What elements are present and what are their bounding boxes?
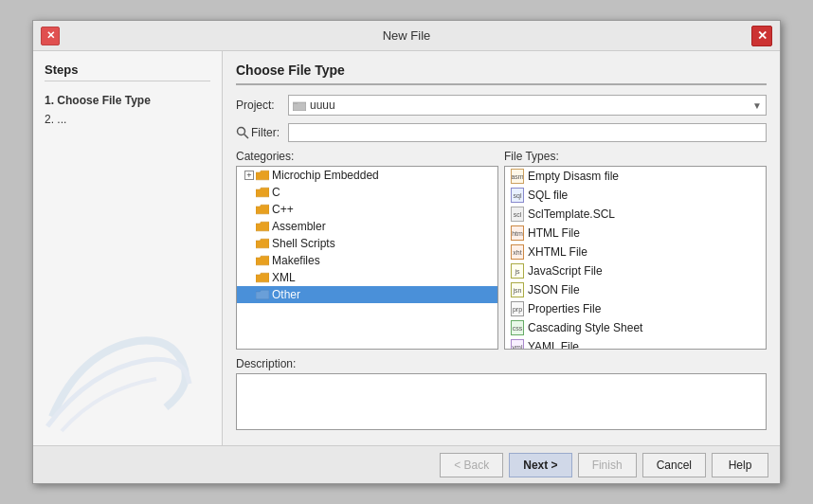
step-2-label: ...	[57, 113, 66, 126]
category-cpp[interactable]: C++	[237, 201, 497, 218]
back-button[interactable]: < Back	[440, 453, 503, 477]
filetype-xhtml[interactable]: xht XHTML File	[505, 243, 766, 261]
filter-input[interactable]	[288, 123, 767, 142]
panel-title: Choose File Type	[236, 63, 767, 85]
new-file-dialog: ✕ New File ✕ Steps 1. Choose File Type 2…	[32, 20, 781, 484]
filetype-html[interactable]: htm HTML File	[505, 224, 766, 243]
filetype-yaml[interactable]: yml YAML File	[505, 337, 766, 350]
steps-title: Steps	[45, 63, 210, 81]
steps-panel: Steps 1. Choose File Type 2. ...	[33, 51, 223, 445]
filetype-label: SQL file	[528, 189, 568, 202]
step-1: 1. Choose File Type	[45, 91, 210, 110]
step-2: 2. ...	[45, 110, 210, 129]
step-1-number: 1.	[45, 94, 54, 107]
category-c[interactable]: C	[237, 184, 497, 201]
dialog-title: New File	[383, 28, 431, 43]
folder-icon	[256, 170, 269, 181]
finish-button[interactable]: Finish	[578, 453, 637, 477]
file-icon: jsn	[511, 282, 524, 297]
category-makefiles-label: Makefiles	[272, 254, 320, 267]
bottom-bar: < Back Next > Finish Cancel Help	[33, 445, 780, 483]
folder-icon	[256, 204, 269, 215]
category-xml-label: XML	[272, 271, 296, 284]
dropdown-arrow-icon: ▼	[752, 100, 762, 111]
filetype-label: XHTML File	[528, 245, 587, 259]
project-icon	[293, 99, 306, 111]
file-icon: css	[511, 320, 524, 335]
project-select[interactable]: uuuu ▼	[288, 95, 767, 116]
category-other-label: Other	[272, 288, 300, 301]
svg-rect-1	[293, 102, 298, 104]
close-button[interactable]: ✕	[751, 26, 772, 46]
filter-row: Filter:	[236, 123, 767, 142]
filetype-empty-disasm[interactable]: asm Empty Disasm file	[505, 167, 766, 186]
step-2-number: 2.	[45, 113, 54, 126]
step-1-label: Choose File Type	[57, 94, 150, 107]
minimize-icon[interactable]: ✕	[41, 27, 60, 45]
category-shell[interactable]: Shell Scripts	[237, 235, 497, 252]
help-button[interactable]: Help	[712, 453, 768, 477]
main-panel: Choose File Type Project: uuuu ▼	[223, 51, 780, 445]
project-row: Project: uuuu ▼	[236, 95, 767, 116]
category-cpp-label: C++	[272, 203, 294, 216]
file-types-list[interactable]: asm Empty Disasm file sql SQL file scl S…	[504, 166, 767, 350]
file-icon: htm	[511, 225, 524, 241]
category-makefiles[interactable]: Makefiles	[237, 252, 497, 269]
description-textarea[interactable]	[236, 373, 767, 430]
next-button[interactable]: Next >	[509, 453, 571, 477]
category-other[interactable]: Other	[237, 286, 497, 303]
filetype-label: JSON File	[528, 283, 580, 297]
filetype-css[interactable]: css Cascading Style Sheet	[505, 318, 766, 337]
folder-icon	[256, 221, 269, 232]
categories-list[interactable]: + Microchip Embedded C	[236, 166, 498, 350]
filetype-label: YAML File	[528, 340, 579, 350]
filetype-scl[interactable]: scl SclTemplate.SCL	[505, 205, 766, 224]
file-icon: asm	[511, 169, 524, 184]
dialog-content: Steps 1. Choose File Type 2. ... Choose …	[33, 51, 780, 445]
lists-row: Categories: + Microchip Embedded	[236, 150, 767, 350]
categories-label: Categories:	[236, 150, 498, 163]
category-assembler[interactable]: Assembler	[237, 218, 497, 235]
expand-icon[interactable]: +	[244, 171, 254, 180]
filetype-sql[interactable]: sql SQL file	[505, 186, 766, 205]
project-label: Project:	[236, 99, 288, 112]
filetype-js[interactable]: js JavaScript File	[505, 261, 766, 280]
description-row: Description:	[236, 357, 767, 430]
watermark-image	[43, 322, 194, 436]
title-bar: ✕ New File ✕	[33, 21, 780, 51]
category-xml[interactable]: XML	[237, 269, 497, 286]
filetype-json[interactable]: jsn JSON File	[505, 280, 766, 299]
folder-icon	[256, 187, 269, 198]
filetype-label: SclTemplate.SCL	[528, 207, 615, 221]
category-shell-label: Shell Scripts	[272, 237, 335, 250]
filetype-label: Empty Disasm file	[528, 170, 619, 183]
file-types-label: File Types:	[504, 150, 767, 163]
file-icon: yml	[511, 339, 524, 350]
search-icon	[236, 126, 249, 139]
folder-icon	[256, 255, 269, 266]
file-icon: prp	[511, 301, 524, 316]
file-types-section: File Types: asm Empty Disasm file sql SQ…	[504, 150, 767, 350]
filetype-properties[interactable]: prp Properties File	[505, 299, 766, 318]
category-microchip[interactable]: + Microchip Embedded	[237, 167, 497, 184]
file-icon: scl	[511, 207, 524, 222]
filter-label: Filter:	[236, 126, 288, 139]
svg-line-3	[244, 135, 249, 139]
file-icon: xht	[511, 244, 524, 260]
filetype-label: JavaScript File	[528, 264, 603, 278]
folder-icon	[256, 238, 269, 249]
file-icon: sql	[511, 188, 524, 203]
filetype-label: HTML File	[528, 226, 580, 240]
file-icon: js	[511, 263, 524, 279]
folder-icon	[256, 272, 269, 283]
category-c-label: C	[272, 186, 280, 199]
filetype-label: Cascading Style Sheet	[528, 321, 642, 334]
filetype-label: Properties File	[528, 302, 601, 315]
categories-section: Categories: + Microchip Embedded	[236, 150, 498, 350]
project-value: uuuu	[310, 99, 752, 112]
description-label: Description:	[236, 357, 767, 370]
category-microchip-label: Microchip Embedded	[272, 169, 379, 182]
cancel-button[interactable]: Cancel	[642, 453, 706, 477]
svg-point-2	[238, 128, 245, 135]
category-assembler-label: Assembler	[272, 220, 326, 233]
